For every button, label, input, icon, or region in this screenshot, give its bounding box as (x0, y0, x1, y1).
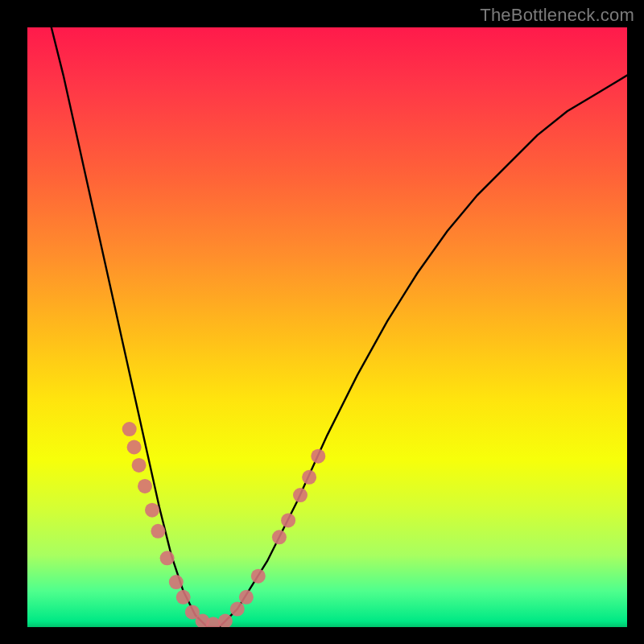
curve-marker (122, 422, 137, 436)
curve-marker (272, 530, 287, 544)
chart-frame: TheBottleneck.com (0, 0, 644, 644)
curve-marker (281, 513, 295, 527)
curve-marker (230, 602, 245, 617)
chart-svg (27, 27, 627, 627)
curve-marker (151, 524, 165, 539)
curve-marker (145, 503, 159, 518)
watermark-text: TheBottleneck.com (480, 5, 634, 26)
curve-marker (160, 551, 175, 565)
curve-marker (251, 569, 266, 584)
curve-marker (127, 440, 142, 455)
curve-marker (169, 575, 184, 589)
bottleneck-curve (52, 27, 627, 627)
curve-marker (132, 458, 147, 473)
curve-marker (302, 470, 316, 485)
curve-markers (122, 422, 326, 627)
curve-marker (239, 590, 254, 605)
curve-marker (138, 479, 152, 493)
curve-marker (311, 449, 325, 464)
plot-area (27, 27, 627, 627)
curve-marker (293, 488, 308, 502)
curve-marker (176, 590, 191, 605)
